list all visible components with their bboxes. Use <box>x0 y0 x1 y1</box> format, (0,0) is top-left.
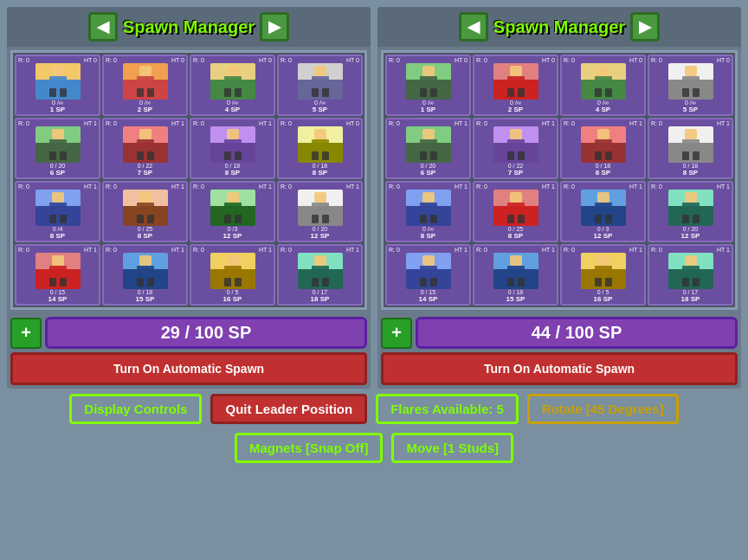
svg-rect-6 <box>137 88 144 97</box>
svg-rect-108 <box>685 192 697 203</box>
svg-rect-78 <box>682 88 689 97</box>
right-panel-title: Spawn Manager <box>493 17 625 37</box>
unit-cell[interactable]: R: 0HT 0 0 /∞5 SP <box>277 55 363 116</box>
unit-image <box>210 126 255 163</box>
unit-sp: 18 SP <box>681 295 700 303</box>
svg-rect-99 <box>430 215 437 223</box>
unit-cell[interactable]: R: 0HT 1 0 / 258 SP <box>473 181 558 242</box>
unit-cell[interactable]: R: 0HT 1 0 / 1718 SP <box>648 244 733 306</box>
display-controls-button[interactable]: Display Controls <box>69 394 202 424</box>
unit-count: 0 /∞ <box>52 100 63 106</box>
svg-rect-19 <box>60 151 67 160</box>
unit-cell[interactable]: R: 0HT 1 0 / 2012 SP <box>648 181 733 242</box>
left-sp-display: 29 / 100 SP <box>45 317 367 349</box>
unit-sp: 12 SP <box>223 232 242 240</box>
unit-cell[interactable]: R: 0HT 1 0 / 227 SP <box>102 118 188 179</box>
left-plus-button[interactable]: + <box>10 318 42 349</box>
unit-cell[interactable]: R: 0HT 0 0 /∞1 SP <box>385 55 471 116</box>
unit-cell[interactable]: R: 0HT 1 0 / 188 SP <box>648 118 733 179</box>
rotate-button[interactable]: Rotate [45 Degrees] <box>527 394 679 424</box>
right-auto-spawn-button[interactable]: Turn On Automatic Spawn <box>381 352 738 385</box>
unit-cell[interactable]: R: 0HT 1 0 / 1514 SP <box>15 244 100 306</box>
svg-rect-126 <box>682 278 689 286</box>
right-plus-button[interactable]: + <box>381 318 412 349</box>
unit-cell[interactable]: R: 0HT 1 0 / 1514 SP <box>385 244 471 306</box>
unit-cell[interactable]: R: 0HT 1 0 / 1718 SP <box>277 244 363 306</box>
unit-cell[interactable]: R: 0HT 1 0 / 2012 SP <box>277 181 363 242</box>
unit-count: 0 / 18 <box>683 163 699 169</box>
left-panel-next-arrow[interactable]: ▶ <box>260 12 289 42</box>
right-panel-prev-arrow[interactable]: ◀ <box>459 12 488 42</box>
unit-cell[interactable]: R: 0HT 0 0 /∞1 SP <box>15 55 100 116</box>
unit-count: 0 /4 <box>53 226 63 232</box>
svg-rect-110 <box>682 215 689 223</box>
unit-cell[interactable]: R: 0HT 1 0 / 188 SP <box>560 118 646 179</box>
move-button[interactable]: Move [1 Studs] <box>391 433 513 463</box>
left-auto-spawn-button[interactable]: Turn On Automatic Spawn <box>10 352 367 385</box>
unit-sp: 16 SP <box>594 295 613 303</box>
svg-rect-84 <box>510 129 522 139</box>
svg-rect-8 <box>227 66 239 76</box>
unit-header: R: 0HT 0 <box>475 57 556 63</box>
unit-cell[interactable]: R: 0HT 0 0 /∞2 SP <box>102 55 188 116</box>
svg-rect-115 <box>430 278 437 286</box>
unit-cell[interactable]: R: 0HT 0 0 /∞2 SP <box>473 55 558 116</box>
svg-rect-13 <box>312 76 329 88</box>
unit-cell[interactable]: R: 0HT 0 0 /∞4 SP <box>560 55 646 116</box>
unit-cell[interactable]: R: 0HT 1 0 / 1815 SP <box>473 244 558 306</box>
right-panel-next-arrow[interactable]: ▶ <box>630 12 660 42</box>
unit-count: 0 / 20 <box>421 163 436 169</box>
unit-count: 0 / 22 <box>138 163 153 169</box>
unit-header: R: 0HT 0 <box>280 120 360 126</box>
unit-count: 0 /∞ <box>314 100 326 106</box>
left-panel-prev-arrow[interactable]: ◀ <box>88 12 118 42</box>
flares-button[interactable]: Flares Available: 5 <box>376 394 519 424</box>
unit-cell[interactable]: R: 0HT 1 0 / 206 SP <box>15 118 100 179</box>
unit-header: R: 0HT 1 <box>105 183 185 190</box>
svg-rect-93 <box>682 139 700 151</box>
unit-image <box>298 190 343 226</box>
unit-count: 0 / 20 <box>313 226 328 232</box>
svg-rect-52 <box>139 255 152 266</box>
unit-header: R: 0HT 1 <box>475 183 556 190</box>
unit-cell[interactable]: R: 0HT 1 0 /∞8 SP <box>385 181 471 242</box>
unit-sp: 4 SP <box>225 106 240 113</box>
unit-count: 0 / 18 <box>596 163 611 169</box>
unit-cell[interactable]: R: 0HT 1 0 /312 SP <box>190 181 275 242</box>
svg-rect-67 <box>430 88 437 97</box>
unit-cell[interactable]: R: 0HT 1 0 /48 SP <box>15 181 100 242</box>
svg-rect-49 <box>49 266 67 278</box>
unit-count: 0 / 25 <box>138 226 153 232</box>
unit-header: R: 0HT 1 <box>192 183 273 190</box>
unit-cell[interactable]: R: 0HT 1 0 / 312 SP <box>560 181 646 242</box>
unit-cell[interactable]: R: 0HT 1 0 / 188 SP <box>190 118 275 179</box>
unit-image <box>35 253 81 289</box>
unit-cell[interactable]: R: 0HT 1 0 / 258 SP <box>102 181 188 242</box>
unit-header: R: 0HT 1 <box>650 183 731 190</box>
unit-cell[interactable]: R: 0HT 0 0 /∞5 SP <box>648 55 733 116</box>
unit-image <box>406 63 451 100</box>
svg-rect-25 <box>224 139 242 151</box>
unit-sp: 7 SP <box>508 169 523 177</box>
svg-rect-117 <box>507 266 525 278</box>
svg-rect-66 <box>420 88 427 97</box>
unit-cell[interactable]: R: 0HT 1 0 / 516 SP <box>190 244 275 306</box>
magnets-button[interactable]: Magnets [Snap Off] <box>235 433 384 463</box>
unit-cell[interactable]: R: 0HT 1 0 / 227 SP <box>473 118 558 179</box>
unit-cell[interactable]: R: 0HT 0 0 / 188 SP <box>277 118 363 179</box>
unit-count: 0 /∞ <box>139 100 151 106</box>
unit-cell[interactable]: R: 0HT 0 0 /∞4 SP <box>190 55 275 116</box>
unit-image <box>668 253 713 289</box>
unit-count: 0 / 18 <box>313 163 328 169</box>
svg-rect-62 <box>312 278 319 286</box>
svg-rect-36 <box>139 192 152 203</box>
unit-cell[interactable]: R: 0HT 1 0 / 206 SP <box>385 118 471 179</box>
unit-count: 0 / 5 <box>227 289 239 295</box>
unit-count: 0 /∞ <box>685 100 696 106</box>
quit-leader-button[interactable]: Quit Leader Position <box>210 394 367 424</box>
svg-rect-31 <box>322 151 329 160</box>
unit-cell[interactable]: R: 0HT 1 0 / 516 SP <box>560 244 646 306</box>
unit-count: 0 / 15 <box>50 289 66 295</box>
unit-image <box>493 63 538 100</box>
unit-cell[interactable]: R: 0HT 1 0 / 1815 SP <box>102 244 188 306</box>
